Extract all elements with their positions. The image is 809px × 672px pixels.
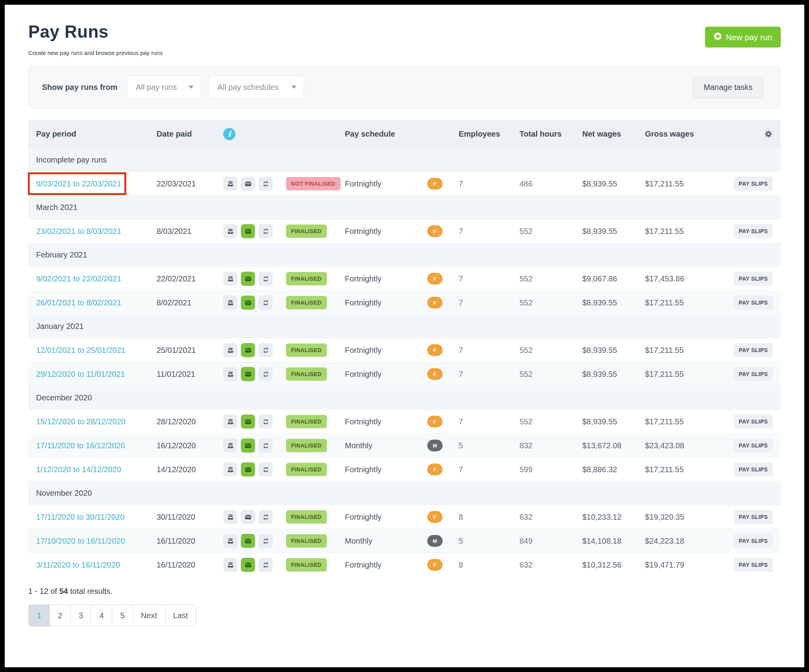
sync-refresh-icon[interactable] [259,534,273,548]
sync-refresh-icon[interactable] [259,438,273,453]
section-header-row: March 2021 [28,195,781,219]
pay-slips-button[interactable]: PAY SLIPS [734,415,773,429]
filter-label: Show pay runs from [42,83,117,92]
pay-slips-button[interactable]: PAY SLIPS [734,438,773,453]
pay-period-link[interactable]: 12/01/2021 to 25/01/2021 [36,346,126,354]
pay-slips-button[interactable]: PAY SLIPS [734,224,773,238]
total-hours-value: 849 [508,537,570,546]
pay-slips-button[interactable]: PAY SLIPS [734,272,773,286]
pay-run-journal-icon[interactable] [223,224,237,238]
email-pay-slips-icon[interactable] [241,510,255,524]
status-badge: FINALISED [286,534,327,548]
email-pay-slips-icon[interactable] [241,558,255,572]
manage-tasks-button[interactable]: Manage tasks [693,77,763,98]
pay-slips-button[interactable]: PAY SLIPS [734,462,773,477]
pay-runs-dropdown-value: All pay runs [136,83,177,92]
sync-refresh-icon[interactable] [259,415,273,429]
pay-run-journal-icon[interactable] [223,510,237,524]
sync-refresh-icon[interactable] [259,296,273,310]
schedule-badge-cell: M [423,440,453,451]
section-header-row: Incomplete pay runs [28,148,781,172]
gross-wages-value: $17,211.55 [633,465,700,474]
results-summary: 1 - 12 of 54 total results. [28,587,781,596]
sync-refresh-icon[interactable] [259,558,273,572]
pay-slips-button[interactable]: PAY SLIPS [734,296,773,310]
gross-wages-value: $17,211.55 [633,417,700,426]
pay-run-journal-icon[interactable] [223,343,237,357]
pay-run-row: 26/01/2021 to 8/02/20218/02/2021FINALISE… [28,290,781,314]
pay-period-link[interactable]: 15/12/2020 to 28/12/2020 [36,417,126,426]
pagination-page-5[interactable]: 5 [112,605,133,626]
row-action-icons [223,177,286,191]
new-pay-run-label: New pay run [726,33,772,42]
sync-refresh-icon[interactable] [259,462,273,477]
email-pay-slips-icon[interactable] [241,296,255,310]
pagination-last[interactable]: Last [165,605,196,626]
pagination-next[interactable]: Next [133,605,165,626]
schedule-letter-badge: F [427,225,443,237]
pay-period-link[interactable]: 23/02/2021 to 8/03/2021 [36,227,121,236]
gross-wages-value: $17,211.55 [633,370,700,379]
pay-period-link[interactable]: 26/01/2021 to 8/02/2021 [36,298,121,307]
pay-run-journal-icon[interactable] [223,415,237,429]
email-pay-slips-icon[interactable] [241,462,255,477]
pay-run-journal-icon[interactable] [223,272,237,286]
pay-slips-cell: PAY SLIPS [700,343,773,357]
pay-run-journal-icon[interactable] [223,462,237,477]
status-cell: FINALISED [286,558,345,572]
sync-refresh-icon[interactable] [259,367,273,381]
total-hours-value: 832 [508,441,570,450]
pay-period-link[interactable]: 17/11/2020 to 30/11/2020 [36,513,124,521]
pay-schedules-dropdown[interactable]: All pay schedules [208,76,304,99]
pay-slips-cell: PAY SLIPS [700,177,773,191]
sync-refresh-icon[interactable] [259,177,273,191]
pay-run-journal-icon[interactable] [223,438,237,453]
email-pay-slips-icon[interactable] [241,415,255,429]
sync-refresh-icon[interactable] [259,272,273,286]
pagination-page-1[interactable]: 1 [29,605,49,626]
gross-wages-value: $17,211.55 [633,346,700,355]
sync-refresh-icon[interactable] [259,224,273,238]
sync-refresh-icon[interactable] [259,343,273,357]
total-hours-value: 599 [508,465,570,474]
pay-runs-dropdown[interactable]: All pay runs [127,76,201,99]
pay-period-link[interactable]: 29/12/2020 to 11/01/2021 [36,370,125,378]
pay-slips-button[interactable]: PAY SLIPS [734,510,773,524]
section-header-row: December 2020 [28,386,781,409]
pay-period-cell: 9/03/2021 to 22/03/2021 [36,179,157,188]
gross-wages-value: $19,471.79 [633,561,700,570]
pay-run-journal-icon[interactable] [223,367,237,381]
status-cell: FINALISED [286,439,345,452]
pay-period-link[interactable]: 1/12/2020 to 14/12/2020 [36,465,121,474]
pay-period-link[interactable]: 9/02/2021 to 22/02/2021 [36,274,121,283]
pay-slips-button[interactable]: PAY SLIPS [734,367,773,381]
email-pay-slips-icon[interactable] [241,177,255,191]
new-pay-run-button[interactable]: New pay run [705,27,781,47]
pay-slips-button[interactable]: PAY SLIPS [734,177,773,191]
email-pay-slips-icon[interactable] [241,534,255,548]
pay-run-journal-icon[interactable] [223,177,237,191]
pay-run-journal-icon[interactable] [223,296,237,310]
settings-gear-icon[interactable] [764,130,773,139]
email-pay-slips-icon[interactable] [241,343,255,357]
email-pay-slips-icon[interactable] [241,438,255,453]
email-pay-slips-icon[interactable] [241,367,255,381]
pagination-page-2[interactable]: 2 [49,605,70,626]
pay-period-link[interactable]: 9/03/2021 to 22/03/2021 [36,179,121,188]
page-header: Pay Runs Create new pay runs and browse … [28,22,781,56]
pay-slips-button[interactable]: PAY SLIPS [734,343,773,357]
sync-refresh-icon[interactable] [259,510,273,524]
pay-slips-button[interactable]: PAY SLIPS [734,534,773,548]
pay-period-link[interactable]: 17/11/2020 to 16/12/2020 [36,441,125,450]
email-pay-slips-icon[interactable] [241,224,255,238]
pagination-page-4[interactable]: 4 [91,605,112,626]
pay-slips-button[interactable]: PAY SLIPS [734,558,773,572]
pagination-page-3[interactable]: 3 [70,605,91,626]
pay-period-link[interactable]: 17/10/2020 to 16/11/2020 [36,537,125,545]
pay-period-link[interactable]: 3/11/2020 to 16/11/2020 [36,561,120,569]
email-pay-slips-icon[interactable] [241,272,255,286]
pay-run-journal-icon[interactable] [223,534,237,548]
info-icon[interactable]: i [223,128,235,140]
net-wages-value: $8,939.55 [570,417,633,426]
pay-run-journal-icon[interactable] [223,558,237,572]
